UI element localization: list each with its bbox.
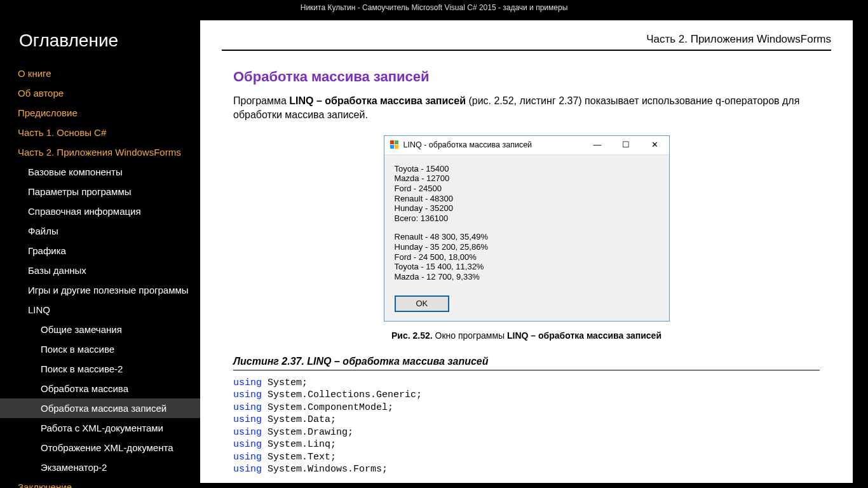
toc-item[interactable]: Базовые компоненты [0, 162, 200, 182]
output-line: Renault - 48300 [395, 194, 659, 204]
toc-item[interactable]: Общие замечания [0, 320, 200, 339]
toc-item[interactable]: Часть 1. Основы C# [0, 123, 200, 142]
output-block-1: Toyota - 15400Mazda - 12700Ford - 24500R… [395, 164, 659, 224]
toc-item[interactable]: Экзаменатор-2 [0, 458, 200, 477]
toc-item[interactable]: LINQ [0, 300, 200, 320]
toc-item[interactable]: Об авторе [0, 83, 200, 103]
output-line: Hunday - 35200 [395, 203, 659, 214]
output-line: Mazda - 12700 [395, 173, 659, 184]
toc-item[interactable]: Заключение [0, 477, 200, 488]
toc-item[interactable]: Поиск в массиве-2 [0, 359, 200, 379]
toc-sidebar: Оглавление О книгеОб автореПредисловиеЧа… [0, 15, 200, 488]
toc-item[interactable]: Работа с XML-документами [0, 418, 200, 438]
code-listing: using System; using System.Collections.G… [233, 377, 820, 483]
figure-caption: Рис. 2.52. Окно программы LINQ – обработ… [233, 330, 820, 341]
svg-rect-3 [395, 145, 398, 149]
svg-rect-2 [390, 145, 394, 149]
toc-item[interactable]: О книге [0, 64, 200, 83]
close-icon: ✕ [641, 135, 669, 154]
article-intro: Программа LINQ – обработка массива запис… [233, 94, 820, 123]
toc-item[interactable]: Справочная информация [0, 201, 200, 221]
example-window-title: LINQ - обработка массива записей [403, 140, 583, 149]
ok-button: OK [395, 295, 450, 312]
maximize-icon: ☐ [612, 135, 641, 154]
toc-item[interactable]: Графика [0, 241, 200, 261]
output-line: Toyota - 15400 [395, 164, 659, 174]
output-line: Ford - 24 500, 18,00% [395, 252, 659, 262]
toc-item[interactable]: Параметры программы [0, 182, 200, 201]
toc-heading: Оглавление [0, 25, 200, 64]
toc-item[interactable]: Обработка массива [0, 379, 200, 398]
output-line: Hunday - 35 200, 25,86% [395, 242, 659, 252]
output-line: Ford - 24500 [395, 184, 659, 194]
toc-item[interactable]: Предисловие [0, 103, 200, 123]
output-line: Toyota - 15 400, 11,32% [395, 262, 659, 272]
svg-rect-0 [390, 140, 394, 144]
listing-heading: Листинг 2.37. LINQ – обработка массива з… [233, 356, 820, 370]
example-window: LINQ - обработка массива записей — ☐ ✕ T… [384, 135, 670, 322]
toc-item[interactable]: Игры и другие полезные программы [0, 280, 200, 300]
window-title: Никита Культин - Самоучитель Microsoft V… [0, 0, 868, 15]
toc-item[interactable]: Отображение XML-документа [0, 438, 200, 458]
output-line: Renault - 48 300, 35,49% [395, 232, 659, 242]
toc-item[interactable]: Поиск в массиве [0, 339, 200, 359]
toc-item[interactable]: Базы данных [0, 261, 200, 280]
minimize-icon: — [583, 135, 612, 154]
page-header: Часть 2. Приложения WindowsForms [222, 33, 831, 51]
output-line: Всего: 136100 [395, 214, 659, 224]
content-area[interactable]: Часть 2. Приложения WindowsForms Обработ… [200, 20, 853, 483]
toc-item[interactable]: Файлы [0, 221, 200, 241]
output-block-2: Renault - 48 300, 35,49%Hunday - 35 200,… [395, 232, 659, 281]
svg-rect-1 [395, 140, 398, 144]
toc-item[interactable]: Часть 2. Приложения WindowsForms [0, 142, 200, 162]
article-heading: Обработка массива записей [233, 69, 820, 85]
app-icon [390, 140, 400, 150]
output-line: Mazda - 12 700, 9,33% [395, 272, 659, 282]
toc-item[interactable]: Обработка массива записей [0, 398, 200, 418]
